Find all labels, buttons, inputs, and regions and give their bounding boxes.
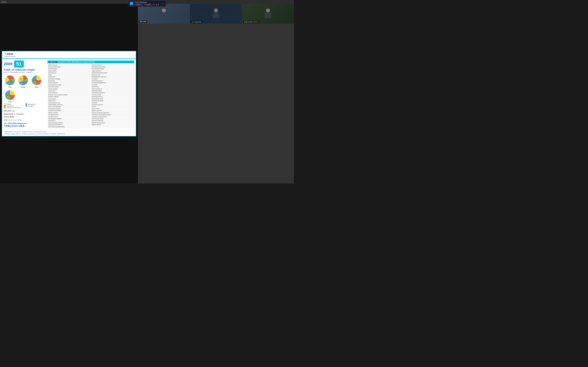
video-thumb-3[interactable]: SHIRAKAWA STA R (242, 4, 294, 24)
chart-europe: 23% 33% Europe (17, 74, 29, 88)
table-row: Lofgren syndrome (92, 70, 133, 72)
svg-text:50%: 50% (35, 80, 38, 81)
zoom-banner[interactable]: Z Zoom Meetings がWebカメラを使用しています ∨ (128, 0, 166, 7)
table-row: Cirrhotic fever (48, 90, 90, 92)
video-name-2: Jun Miyashita (191, 21, 202, 23)
svg-text:8%: 8% (9, 79, 11, 80)
charts-area: 8% 27% USA (4, 74, 46, 103)
legend-miscellaneous: Miscellaneous (26, 103, 46, 105)
svg-text:33%: 33% (24, 78, 26, 80)
table-row: Subacute necrotizing lymphadenitis (92, 112, 133, 114)
table-row: Pancreatitis (92, 78, 133, 80)
participant-grid (138, 24, 294, 184)
video-thumb-2[interactable]: Jun Miyashita (190, 4, 242, 24)
svg-text:34%: 34% (9, 94, 11, 96)
table-row: Lymphomatoid granulomatosis (92, 72, 133, 74)
video-person-2 (190, 4, 242, 24)
chart-usa-label: USA (4, 86, 16, 88)
chart-total: 34% Total (4, 89, 16, 103)
slide-body: 2009 51 Fever of Unknown Origin PHILIP A… (2, 59, 136, 130)
chart-legend: Infections Miscellaneous Undiagnosed (4, 103, 46, 108)
table-col-right: Infected urachal cystInflammatory bowel … (91, 64, 134, 128)
participants-panel: 酒田 雄智 Jun Miyashita SHIR (138, 4, 294, 184)
table-row: Hemolytic anemias (48, 116, 90, 118)
hospital-name: 飯塚病院 (7, 53, 13, 55)
misc-highlight: 15～20%のMiscellaneous の原因は右table 63疾患 (4, 122, 46, 127)
citation-line1: Mackowiak PA, Durack DT. Chapter 51 Feve… (5, 131, 133, 133)
table-row: Infected urachal cyst (92, 64, 133, 66)
table-row: Familial Hibernian fever (48, 102, 90, 104)
table-row: Pericarditis (92, 84, 133, 86)
chart-usa: 8% 27% USA (4, 74, 16, 88)
video-thumbnails: 酒田 雄智 Jun Miyashita SHIR (138, 4, 294, 24)
video-person-3 (242, 4, 294, 24)
video-name-3: SHIRAKAWA STA R (243, 21, 259, 23)
table-row: Giant coronary aneurysm (48, 106, 90, 108)
video-thumb-1[interactable]: 酒田 雄智 (138, 4, 190, 24)
fever-title: Fever of Unknown Origin (4, 68, 46, 71)
chart-total-label: Total (4, 101, 16, 103)
slide-table-area: TABLE 51-2 Examples of Rare Miscellaneou… (48, 60, 134, 128)
table-title-box: TABLE 51-2 Examples of Rare Miscellaneou… (48, 60, 134, 63)
table-row: Pheochromocytoma (92, 88, 133, 90)
table-col-left: Addison's diseaseAdult-onset Still's dis… (48, 64, 91, 128)
svg-text:23%: 23% (20, 78, 23, 80)
table-row: Sjögren's syndrome (92, 110, 133, 112)
table-row: Fabry's disease (48, 98, 90, 100)
table-row: Factitious fever (48, 100, 90, 102)
table-row: Myeloproliferative syndromes (92, 76, 133, 78)
table-row: Erythema multiforme (48, 96, 90, 98)
table-row: Hantavirus infection (48, 112, 90, 114)
table-title: Examples of Rare Miscellaneous Causes of… (58, 61, 95, 63)
table-row: Cyclic neutropenia (48, 92, 90, 94)
main-layout: iii 飯塚病院 innovate and evolve 2009 51 Fev… (0, 4, 294, 184)
table-row: Thyroiditis and thyrotoxicosis (92, 116, 133, 118)
table-row: Aortitis (48, 74, 90, 76)
table-row: Postcardiotomy syndrome (92, 92, 133, 94)
table-row: Schnitzler's syndrome (92, 104, 133, 106)
table-row: Sarcoidosis (92, 102, 133, 104)
table-row: Carcinomatous meningitis (48, 84, 90, 86)
table-row: Histiocytosis X (48, 120, 90, 122)
table-row: Sinusitis (92, 106, 133, 108)
legend-infections: Infections (4, 103, 24, 105)
table-row: Allergic alveolitis (48, 70, 90, 72)
svg-text:27%: 27% (9, 80, 11, 81)
category-text: 国別のカテゴリー分布 (4, 119, 46, 121)
table-row: Atrial myxoma (48, 76, 90, 78)
table-row: Kikuchi-Fujimoto disease (92, 68, 133, 70)
table-row: Granulomatous peritonitis (48, 110, 90, 112)
table-row: Thrombotic thrombocytopenic purpura (92, 114, 133, 116)
table-row: Veno-occlusive disease (92, 118, 133, 120)
zoom-banner-text: Zoom Meetings がWebカメラを使用しています (135, 1, 159, 6)
table-row: Adult-onset Still's disease (48, 66, 90, 68)
table-row: Retroperitoneal fibrosis (92, 98, 133, 100)
table-row: Familial Mediterranean fever (48, 104, 90, 106)
chart-europe-label: Europe (17, 86, 29, 88)
table-row: Serum sickness (92, 108, 133, 110)
table-row: Autoimmune cholangitis (48, 78, 90, 80)
table-row: Wegener's granulomatosis (92, 122, 133, 124)
author-line: PHILIP A. MACKOWIAK | DAVID T. DURACK (4, 72, 46, 73)
table-row: Granulomatous hepatitis (48, 108, 90, 110)
table-row: Hypereosinophilic syndrome (48, 124, 90, 126)
table-row: Drug fever and other hypersensitivities (48, 94, 90, 96)
table-row: Addison's disease (48, 64, 90, 66)
mandell-text: Mandellには Mackowiak と Durackが DUOを執筆 (4, 109, 46, 119)
table-row: Whipple's disease (92, 124, 133, 126)
table-row: Immunoblastic lymphadenopathy (48, 126, 90, 128)
slide-area: iii 飯塚病院 innovate and evolve 2009 51 Fev… (0, 4, 138, 184)
table-row: Resorbing hematoma (92, 96, 133, 98)
table-row: Parathyroid apoplexy (92, 80, 133, 82)
table-row: Bartonellosis (48, 80, 90, 82)
chevron-down-icon[interactable]: ∨ (162, 3, 163, 5)
chart-india-label: India (30, 86, 43, 88)
table-row: Periodic fever (92, 86, 133, 88)
table-row: Inflammatory bowel disease (92, 66, 133, 68)
hospital-sub: innovate and evolve (5, 56, 15, 57)
table-number: TABLE 51-2 (49, 61, 57, 63)
year-badge: 2009 (4, 62, 12, 66)
table-row: Behçet's syndrome (48, 82, 90, 84)
zoom-icon: Z (130, 2, 133, 5)
table-columns: Addison's diseaseAdult-onset Still's dis… (48, 64, 134, 128)
